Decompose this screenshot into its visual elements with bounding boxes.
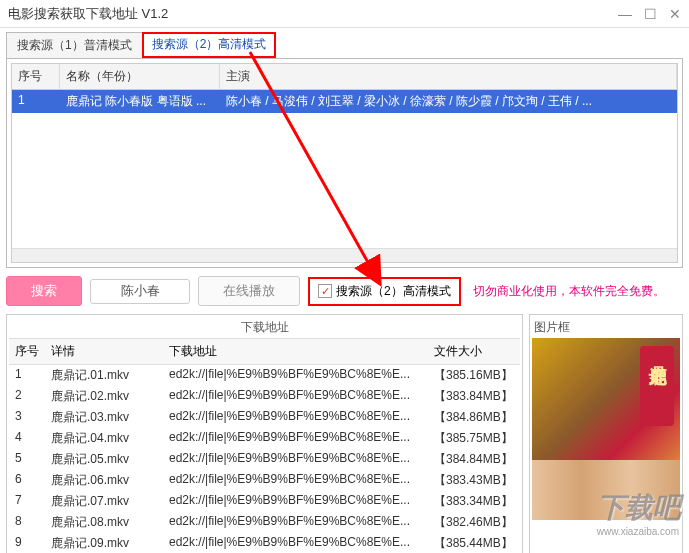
- cell-url: ed2k://|file|%E9%B9%BF%E9%BC%8E%E...: [163, 491, 428, 512]
- results-header: 序号 名称（年份） 主演: [12, 64, 677, 90]
- dcol-seq[interactable]: 序号: [9, 339, 45, 364]
- cell-url: ed2k://|file|%E9%B9%BF%E9%BC%8E%E...: [163, 386, 428, 407]
- cell-url: ed2k://|file|%E9%B9%BF%E9%BC%8E%E...: [163, 449, 428, 470]
- col-seq[interactable]: 序号: [12, 64, 60, 89]
- tab-source-2[interactable]: 搜索源（2）高清模式: [142, 32, 277, 58]
- download-title: 下载地址: [9, 317, 520, 338]
- watermark-url: www.xiazaiba.com: [597, 526, 679, 537]
- cell-url: ed2k://|file|%E9%B9%BF%E9%BC%8E%E...: [163, 470, 428, 491]
- picture-title: 图片框: [532, 317, 680, 338]
- cell-name: 鹿鼎记 陈小春版 粤语版 ...: [60, 90, 220, 113]
- table-row[interactable]: 3鹿鼎记.03.mkved2k://|file|%E9%B9%BF%E9%BC%…: [9, 407, 520, 428]
- window-controls: — ☐ ✕: [618, 6, 681, 22]
- table-row[interactable]: 1鹿鼎记.01.mkved2k://|file|%E9%B9%BF%E9%BC%…: [9, 365, 520, 386]
- dcol-size[interactable]: 文件大小: [428, 339, 520, 364]
- download-header: 序号 详情 下载地址 文件大小: [9, 338, 520, 365]
- table-row[interactable]: 5鹿鼎记.05.mkved2k://|file|%E9%B9%BF%E9%BC%…: [9, 449, 520, 470]
- results-body: 1 鹿鼎记 陈小春版 粤语版 ... 陈小春 / 马浚伟 / 刘玉翠 / 梁小冰…: [12, 90, 677, 248]
- cell-detail: 鹿鼎记.03.mkv: [45, 407, 163, 428]
- cell-detail: 鹿鼎记.05.mkv: [45, 449, 163, 470]
- cell-size: 【383.34MB】: [428, 491, 520, 512]
- lower-section: 下载地址 序号 详情 下载地址 文件大小 1鹿鼎记.01.mkved2k://|…: [0, 314, 689, 553]
- horizontal-scrollbar[interactable]: [12, 248, 677, 262]
- hd-mode-label[interactable]: 搜索源（2）高清模式: [336, 283, 451, 300]
- cell-url: ed2k://|file|%E9%B9%BF%E9%BC%8E%E...: [163, 407, 428, 428]
- dcol-url[interactable]: 下载地址: [163, 339, 428, 364]
- results-panel: 序号 名称（年份） 主演 1 鹿鼎记 陈小春版 粤语版 ... 陈小春 / 马浚…: [6, 58, 683, 268]
- cell-seq: 8: [9, 512, 45, 533]
- cell-url: ed2k://|file|%E9%B9%BF%E9%BC%8E%E...: [163, 365, 428, 386]
- table-row[interactable]: 7鹿鼎记.07.mkved2k://|file|%E9%B9%BF%E9%BC%…: [9, 491, 520, 512]
- download-body: 1鹿鼎记.01.mkved2k://|file|%E9%B9%BF%E9%BC%…: [9, 365, 520, 553]
- table-row[interactable]: 6鹿鼎记.06.mkved2k://|file|%E9%B9%BF%E9%BC%…: [9, 470, 520, 491]
- table-row[interactable]: 2鹿鼎记.02.mkved2k://|file|%E9%B9%BF%E9%BC%…: [9, 386, 520, 407]
- cell-url: ed2k://|file|%E9%B9%BF%E9%BC%8E%E...: [163, 512, 428, 533]
- search-input[interactable]: [90, 279, 190, 304]
- checkbox-icon[interactable]: ✓: [318, 284, 332, 298]
- dcol-detail[interactable]: 详情: [45, 339, 163, 364]
- cell-cast: 陈小春 / 马浚伟 / 刘玉翠 / 梁小冰 / 徐濠萦 / 陈少霞 / 邝文珣 …: [220, 90, 677, 113]
- maximize-icon[interactable]: ☐: [644, 6, 657, 22]
- play-button[interactable]: 在线播放: [198, 276, 300, 306]
- table-row[interactable]: 4鹿鼎记.04.mkved2k://|file|%E9%B9%BF%E9%BC%…: [9, 428, 520, 449]
- cell-detail: 鹿鼎记.09.mkv: [45, 533, 163, 553]
- table-row[interactable]: 9鹿鼎记.09.mkved2k://|file|%E9%B9%BF%E9%BC%…: [9, 533, 520, 553]
- table-row[interactable]: 8鹿鼎记.08.mkved2k://|file|%E9%B9%BF%E9%BC%…: [9, 512, 520, 533]
- cell-seq: 7: [9, 491, 45, 512]
- minimize-icon[interactable]: —: [618, 6, 632, 22]
- tab-source-1[interactable]: 搜索源（1）普清模式: [6, 32, 143, 58]
- cell-detail: 鹿鼎记.02.mkv: [45, 386, 163, 407]
- search-button[interactable]: 搜索: [6, 276, 82, 306]
- cell-size: 【384.84MB】: [428, 449, 520, 470]
- cell-seq: 5: [9, 449, 45, 470]
- col-name[interactable]: 名称（年份）: [60, 64, 220, 89]
- cell-size: 【384.86MB】: [428, 407, 520, 428]
- cell-size: 【383.43MB】: [428, 470, 520, 491]
- cell-url: ed2k://|file|%E9%B9%BF%E9%BC%8E%E...: [163, 533, 428, 553]
- col-cast[interactable]: 主演: [220, 64, 677, 89]
- table-row[interactable]: 1 鹿鼎记 陈小春版 粤语版 ... 陈小春 / 马浚伟 / 刘玉翠 / 梁小冰…: [12, 90, 677, 113]
- titlebar: 电影搜索获取下载地址 V1.2 — ☐ ✕: [0, 0, 689, 28]
- cell-detail: 鹿鼎记.01.mkv: [45, 365, 163, 386]
- toolbar: 搜索 在线播放 ✓ 搜索源（2）高清模式 切勿商业化使用，本软件完全免费。: [0, 268, 689, 314]
- cell-seq: 6: [9, 470, 45, 491]
- close-icon[interactable]: ✕: [669, 6, 681, 22]
- cell-seq: 9: [9, 533, 45, 553]
- download-panel: 下载地址 序号 详情 下载地址 文件大小 1鹿鼎记.01.mkved2k://|…: [6, 314, 523, 553]
- tab-bar: 搜索源（1）普清模式 搜索源（2）高清模式: [0, 28, 689, 58]
- results-grid: 序号 名称（年份） 主演 1 鹿鼎记 陈小春版 粤语版 ... 陈小春 / 马浚…: [11, 63, 678, 263]
- watermark: 下载吧: [597, 489, 681, 527]
- cell-seq: 1: [9, 365, 45, 386]
- cell-detail: 鹿鼎记.08.mkv: [45, 512, 163, 533]
- cell-detail: 鹿鼎记.04.mkv: [45, 428, 163, 449]
- cell-url: ed2k://|file|%E9%B9%BF%E9%BC%8E%E...: [163, 428, 428, 449]
- cell-seq: 3: [9, 407, 45, 428]
- cell-detail: 鹿鼎记.07.mkv: [45, 491, 163, 512]
- cell-size: 【382.46MB】: [428, 512, 520, 533]
- cell-size: 【385.75MB】: [428, 428, 520, 449]
- cell-size: 【383.84MB】: [428, 386, 520, 407]
- cell-seq: 1: [12, 90, 60, 113]
- cell-size: 【385.44MB】: [428, 533, 520, 553]
- cell-seq: 2: [9, 386, 45, 407]
- usage-note: 切勿商业化使用，本软件完全免费。: [473, 283, 665, 300]
- cell-seq: 4: [9, 428, 45, 449]
- cell-detail: 鹿鼎记.06.mkv: [45, 470, 163, 491]
- hd-mode-checkbox-box: ✓ 搜索源（2）高清模式: [308, 277, 461, 306]
- window-title: 电影搜索获取下载地址 V1.2: [8, 5, 618, 23]
- cell-size: 【385.16MB】: [428, 365, 520, 386]
